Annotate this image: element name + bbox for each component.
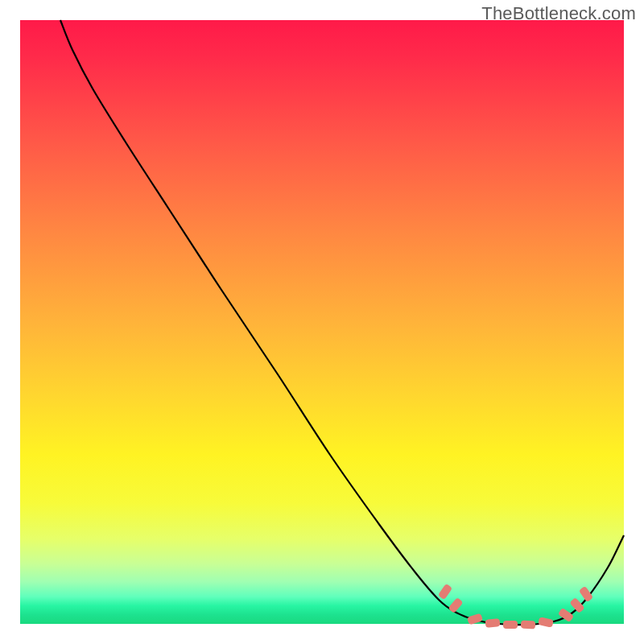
curve-marker <box>485 618 501 628</box>
chart-svg <box>0 0 644 644</box>
gradient-background <box>20 20 624 624</box>
curve-marker <box>503 621 518 629</box>
curve-marker <box>521 620 536 629</box>
chart-stage: TheBottleneck.com <box>0 0 644 644</box>
